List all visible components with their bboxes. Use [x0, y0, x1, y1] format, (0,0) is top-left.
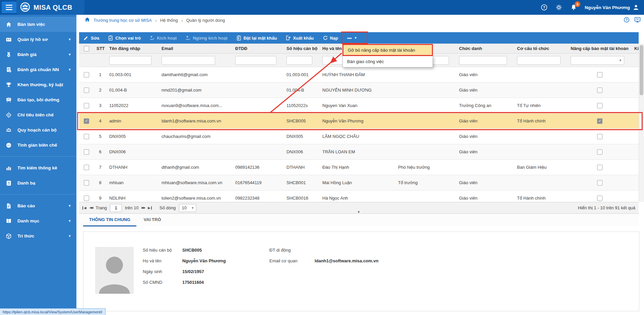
reload-button[interactable]: Nạp [318, 32, 343, 44]
previous-page-button[interactable]: ◀◀ [89, 206, 93, 209]
misa-logo-icon [20, 2, 30, 13]
security-upgrade-checkbox[interactable] [597, 72, 602, 77]
table-row[interactable]: 7 DTHANH dthanh@gmail.com 0989142136 DTH… [79, 160, 639, 175]
sidebar-item-ban-lam-viec[interactable]: Bàn làm việc [0, 17, 76, 32]
security-upgrade-checkbox[interactable] [597, 165, 602, 170]
table-row[interactable]: 6 DNX006 DNX006 TRẦN LOAN EM Giáo viên [79, 144, 639, 160]
more-actions-button[interactable]: ••• ▼ [342, 32, 362, 44]
edit-button[interactable]: Sửa [79, 32, 104, 44]
row-checkbox[interactable] [84, 88, 89, 93]
remote-support-icon[interactable] [634, 16, 641, 24]
vertical-scrollbar[interactable] [639, 44, 644, 202]
user-menu[interactable]: Nguyễn Văn Phương [585, 4, 639, 11]
people-icon [6, 127, 14, 133]
breadcrumb-system[interactable]: Hệ thống [160, 18, 178, 23]
deactivate-button[interactable]: Ngừng kích hoạt [181, 32, 232, 44]
security-upgrade-checkbox[interactable] [597, 88, 602, 93]
gear-icon[interactable] [555, 4, 563, 11]
column-header-email[interactable]: Email [159, 46, 233, 51]
sidebar-item-quan-ly-ho-so[interactable]: Quản lý hồ sơ ▼ [0, 32, 76, 47]
sidebar-item-quy-hoach-can-bo[interactable]: Quy hoạch cán bộ [0, 122, 76, 138]
sidebar-item-danh-gia[interactable]: Đánh giá ▼ [0, 47, 76, 62]
hamburger-menu-button[interactable] [2, 2, 16, 13]
security-upgrade-checkbox[interactable] [597, 180, 602, 186]
sidebar-item-tri-thuc[interactable]: Tri thức ▼ [0, 228, 76, 244]
menu-item-remove-security-upgrade[interactable]: Gỡ bỏ nâng cấp bảo mật tài khoản [342, 44, 433, 56]
sidebar-item-danh-muc[interactable]: Danh mục ▼ [0, 213, 76, 228]
row-checkbox[interactable] [84, 118, 89, 124]
row-checkbox[interactable] [84, 165, 89, 170]
tab-thong-tin-chung[interactable]: THÔNG TIN CHUNG [83, 214, 136, 226]
column-header-stt[interactable]: STT [94, 46, 107, 51]
row-checkbox[interactable] [84, 72, 89, 77]
filter-title-input[interactable] [459, 56, 507, 65]
activate-button[interactable]: Kích hoạt [145, 32, 181, 44]
table-row[interactable]: 1 01.003-001 damthanhtt@gmail.com 01.003… [79, 67, 639, 83]
export-button[interactable]: Xuất khẩu [281, 32, 318, 44]
row-checkbox[interactable] [84, 196, 89, 201]
column-header-badge[interactable]: Số hiệu cán bộ [284, 46, 320, 51]
sidebar-item-danh-ba[interactable]: Danh bạ [0, 175, 76, 191]
page-number-input[interactable] [110, 204, 122, 212]
home-icon[interactable] [84, 17, 90, 23]
topbar: MISA QLCB ? 5 Nguyễn Văn Phương [0, 0, 644, 15]
table-row[interactable]: 4 admin ldanh1@software.misa.com.vn SHCB… [79, 113, 639, 129]
table-row[interactable]: 3 11052022 nvxuan9@software.misa.com... … [79, 98, 639, 113]
help-icon[interactable]: ? [540, 4, 548, 11]
cell-stt: 6 [94, 149, 107, 154]
tab-vai-tro[interactable]: VAI TRÒ [138, 214, 167, 226]
cell-stt: 9 [94, 196, 107, 201]
breadcrumb-school[interactable]: Trường trung học cơ sở MISA [93, 18, 152, 23]
row-checkbox[interactable] [84, 134, 89, 139]
select-all-checkbox[interactable] [84, 46, 89, 51]
security-upgrade-checkbox[interactable] [597, 134, 602, 139]
filter-org-input[interactable] [517, 56, 561, 65]
security-upgrade-checkbox[interactable] [597, 118, 602, 124]
sidebar-item-dao-tao-boi-duong[interactable]: Đào tạo, bồi dưỡng [0, 92, 76, 107]
sidebar-item-tim-kiem-thong-ke[interactable]: Tìm kiếm thống kê [0, 160, 76, 175]
sidebar-item-khen-thuong-ky-luat[interactable]: Khen thưởng, kỷ luật [0, 77, 76, 92]
table-row[interactable]: 5 DNX005 chauchaums@gmail.com DNX005 LÂM… [79, 129, 639, 144]
sidebar-item-tinh-gian-bien-che[interactable]: Tinh giản biên chế [0, 138, 76, 153]
security-upgrade-checkbox[interactable] [597, 149, 602, 155]
sidebar-item-danh-gia-chuan-nn[interactable]: Đánh giá chuẩn NN ▼ [0, 62, 76, 77]
column-header-org[interactable]: Cơ cấu tổ chức [514, 46, 568, 51]
row-checkbox[interactable] [84, 103, 89, 108]
app-logo[interactable]: MISA QLCB [16, 0, 84, 15]
column-header-username[interactable]: Tên đăng nhập [107, 46, 159, 51]
security-upgrade-checkbox[interactable] [597, 196, 602, 201]
table-row[interactable]: 9 NDLINH tolien2@software.misa.com.vn 09… [79, 191, 639, 202]
filter-username-input[interactable] [109, 56, 151, 65]
filter-phone-input[interactable] [235, 56, 276, 65]
reset-password-button[interactable]: Đặt lại mật khẩu [232, 32, 281, 44]
column-header-active[interactable]: Kích hoạt [632, 46, 639, 51]
filter-security-select[interactable]: ▼ [571, 56, 624, 65]
filter-badge-input[interactable] [286, 56, 312, 65]
column-header-security[interactable]: Nâng cấp bảo mật tài khoản [568, 46, 632, 51]
column-header-phone[interactable]: ĐTDĐ [233, 46, 284, 51]
bell-icon[interactable]: 5 [570, 4, 577, 11]
first-page-button[interactable]: ◀ [82, 206, 86, 210]
cell-fullname: Mai Hồng Luận [320, 180, 395, 185]
cell-title: Giáo viên [456, 134, 514, 139]
filter-email-input[interactable] [162, 56, 215, 65]
last-page-button[interactable]: ▶ [148, 206, 152, 210]
scrollbar-thumb[interactable] [640, 45, 643, 95]
choose-role-button[interactable]: Chọn vai trò [104, 32, 145, 44]
menu-item-handover-work[interactable]: Bàn giao công việc [342, 56, 433, 67]
rows-per-page-select[interactable]: 10 ▼ [179, 204, 196, 212]
column-header-title[interactable]: Chức danh [456, 46, 514, 51]
sidebar-item-bao-cao[interactable]: Báo cáo ▼ [0, 198, 76, 213]
row-checkbox[interactable] [84, 149, 89, 155]
row-checkbox[interactable] [84, 180, 89, 186]
security-upgrade-checkbox[interactable] [597, 103, 602, 108]
table-row[interactable]: 2 01.004-B nmd201@gmail.com 01.004-B NGU… [79, 83, 639, 98]
detail-collapse-handle[interactable]: ▼ [357, 210, 360, 214]
help-circle-icon[interactable]: ? [624, 17, 630, 24]
field-value: Nguyễn Văn Phương [182, 258, 226, 263]
page-total-label: trên 10 [125, 205, 138, 210]
table-row[interactable]: 8 mhluan mhluan@software.misa.com.vn 016… [79, 175, 639, 191]
next-page-button[interactable]: ▶▶ [142, 206, 145, 209]
sidebar-item-chi-tieu-bien-che[interactable]: Chỉ tiêu biên chế [0, 107, 76, 122]
cell-badge: DTHANH [284, 165, 320, 170]
